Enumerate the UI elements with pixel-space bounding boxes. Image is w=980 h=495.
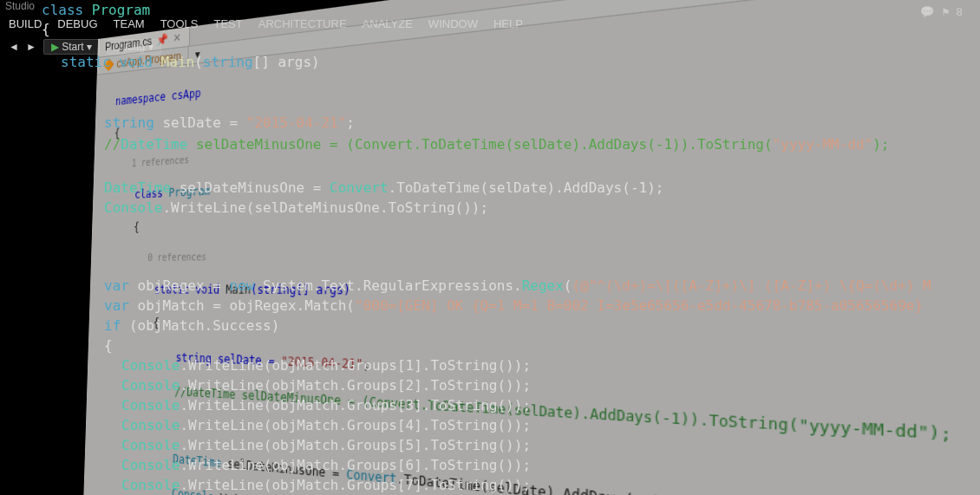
menu-debug[interactable]: DEBUG (57, 17, 97, 30)
editor-perspective-wrap: Program.cs 📌 ✕ 🔶 csApp.Program ▾ 🔵 Main(… (0, 61, 980, 495)
code-editor[interactable]: namespace csApp { 1 references class Pro… (68, 0, 980, 495)
nav-back-icon[interactable]: ◄ (9, 41, 19, 53)
menu-team[interactable]: TEAM (114, 17, 145, 30)
play-icon: ▶ (51, 41, 59, 53)
nav-fwd-icon[interactable]: ► (26, 41, 36, 53)
start-button[interactable]: ▶ Start ▾ (43, 39, 100, 55)
ide-window: Studio BUILD DEBUG TEAM TOOLS TEST ARCHI… (0, 0, 980, 58)
close-icon[interactable]: ✕ (173, 30, 182, 44)
pin-icon[interactable]: 📌 (156, 32, 168, 47)
menu-build[interactable]: BUILD (9, 17, 42, 30)
editor-panel: Program.cs 📌 ✕ 🔶 csApp.Program ▾ 🔵 Main(… (67, 0, 980, 495)
tab-label: Program.cs (105, 35, 152, 54)
